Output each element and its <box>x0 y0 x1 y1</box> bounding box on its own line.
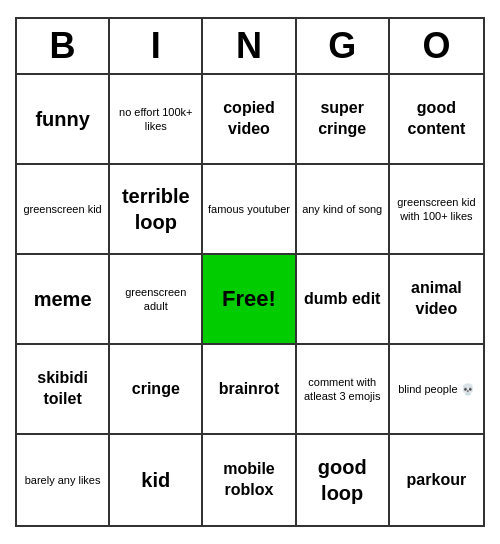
bingo-cell-10: meme <box>17 255 110 345</box>
bingo-cell-15: skibidi toilet <box>17 345 110 435</box>
bingo-cell-19: blind people 💀 <box>390 345 483 435</box>
bingo-cell-16: cringe <box>110 345 203 435</box>
bingo-cell-18: comment with atleast 3 emojis <box>297 345 390 435</box>
bingo-cell-0: funny <box>17 75 110 165</box>
bingo-cell-9: greenscreen kid with 100+ likes <box>390 165 483 255</box>
bingo-grid: funnyno effort 100k+ likescopied videosu… <box>17 75 483 525</box>
bingo-cell-2: copied video <box>203 75 296 165</box>
bingo-letter-i: I <box>110 19 203 73</box>
bingo-letter-b: B <box>17 19 110 73</box>
bingo-cell-7: famous youtuber <box>203 165 296 255</box>
bingo-cell-17: brainrot <box>203 345 296 435</box>
bingo-cell-20: barely any likes <box>17 435 110 525</box>
bingo-cell-5: greenscreen kid <box>17 165 110 255</box>
bingo-header: BINGO <box>17 19 483 75</box>
bingo-cell-21: kid <box>110 435 203 525</box>
bingo-cell-6: terrible loop <box>110 165 203 255</box>
bingo-cell-1: no effort 100k+ likes <box>110 75 203 165</box>
bingo-cell-22: mobile roblox <box>203 435 296 525</box>
bingo-cell-13: dumb edit <box>297 255 390 345</box>
bingo-cell-14: animal video <box>390 255 483 345</box>
bingo-cell-23: good loop <box>297 435 390 525</box>
bingo-letter-g: G <box>297 19 390 73</box>
bingo-cell-8: any kind of song <box>297 165 390 255</box>
bingo-cell-3: super cringe <box>297 75 390 165</box>
bingo-cell-11: greenscreen adult <box>110 255 203 345</box>
bingo-card: BINGO funnyno effort 100k+ likescopied v… <box>15 17 485 527</box>
bingo-letter-o: O <box>390 19 483 73</box>
bingo-cell-12: Free! <box>203 255 296 345</box>
bingo-letter-n: N <box>203 19 296 73</box>
bingo-cell-4: good content <box>390 75 483 165</box>
bingo-cell-24: parkour <box>390 435 483 525</box>
